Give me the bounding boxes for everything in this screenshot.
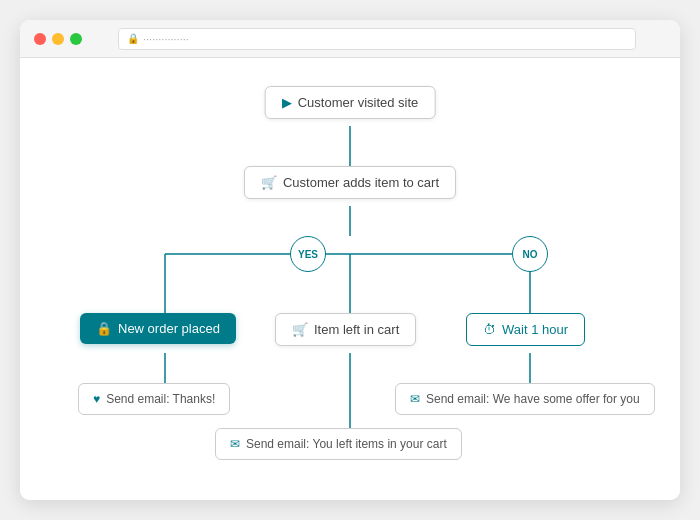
adds-to-cart-label: Customer adds item to cart (283, 175, 439, 190)
cart-icon: 🛒 (261, 175, 277, 190)
new-order-node[interactable]: 🔒 New order placed (80, 313, 236, 344)
address-bar: 🔒 ··············· (118, 28, 636, 50)
new-order-label: New order placed (118, 321, 220, 336)
adds-to-cart-node: 🛒 Customer adds item to cart (244, 166, 456, 199)
cursor-icon: ▶ (282, 95, 292, 110)
customer-visited-label: Customer visited site (298, 95, 419, 110)
email-offer-icon: ✉ (410, 392, 420, 406)
wait-hour-label: Wait 1 hour (502, 322, 568, 337)
titlebar: 🔒 ··············· (20, 20, 680, 58)
email-thanks-label: Send email: Thanks! (106, 392, 215, 406)
email-cart-label: Send email: You left items in your cart (246, 437, 447, 451)
browser-content: ▶ Customer visited site 🛒 Customer adds … (20, 58, 680, 500)
cart-item-icon: 🛒 (292, 322, 308, 337)
email-cart-node[interactable]: ✉ Send email: You left items in your car… (215, 428, 462, 460)
dot-red[interactable] (34, 33, 46, 45)
url-text: ··············· (143, 33, 189, 45)
email-cart-icon: ✉ (230, 437, 240, 451)
yes-label: YES (298, 249, 318, 260)
email-offer-label: Send email: We have some offer for you (426, 392, 640, 406)
lock-new-order-icon: 🔒 (96, 321, 112, 336)
wait-hour-node[interactable]: ⏱ Wait 1 hour (466, 313, 585, 346)
browser-window: 🔒 ··············· ▶ (20, 20, 680, 500)
customer-visited-node: ▶ Customer visited site (265, 86, 436, 119)
dot-yellow[interactable] (52, 33, 64, 45)
email-thanks-node[interactable]: ♥ Send email: Thanks! (78, 383, 230, 415)
clock-icon: ⏱ (483, 322, 496, 337)
no-label: NO (523, 249, 538, 260)
item-in-cart-label: Item left in cart (314, 322, 399, 337)
heart-icon: ♥ (93, 392, 100, 406)
dot-green[interactable] (70, 33, 82, 45)
no-decision: NO (512, 236, 548, 272)
item-in-cart-node[interactable]: 🛒 Item left in cart (275, 313, 416, 346)
email-offer-node[interactable]: ✉ Send email: We have some offer for you (395, 383, 655, 415)
lock-icon: 🔒 (127, 33, 139, 44)
yes-decision: YES (290, 236, 326, 272)
